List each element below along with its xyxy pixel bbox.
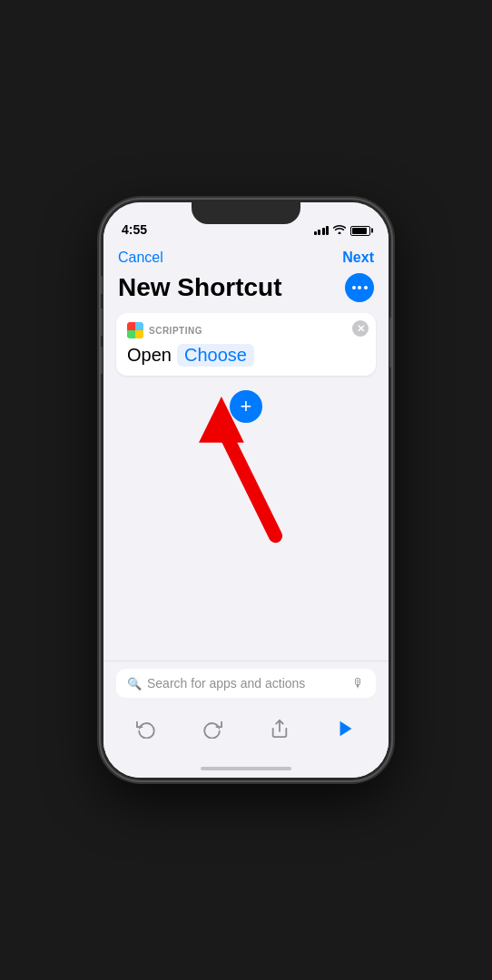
add-button-container: + [103, 390, 389, 423]
more-options-button[interactable] [345, 273, 374, 302]
page-header: New Shortcut [103, 270, 389, 313]
home-bar [201, 767, 291, 770]
status-time: 4:55 [122, 222, 147, 237]
choose-button[interactable]: Choose [177, 344, 254, 367]
phone-frame: 4:55 [101, 200, 391, 780]
share-button[interactable] [263, 712, 296, 745]
content-area: SCRIPTING ✕ Open Choose + [103, 313, 389, 661]
search-icon: 🔍 [127, 677, 142, 691]
volume-up-button [101, 309, 103, 336]
volume-down-button [101, 347, 103, 374]
bottom-toolbar [103, 705, 389, 760]
silent-switch [101, 276, 103, 294]
open-label: Open [127, 345, 172, 366]
action-card-header: SCRIPTING [127, 322, 365, 338]
navigation-bar: Cancel Next [103, 242, 389, 270]
power-button [389, 318, 391, 368]
category-label: SCRIPTING [149, 326, 202, 336]
svg-marker-4 [340, 721, 352, 737]
notch [192, 202, 300, 224]
action-content: Open Choose [127, 344, 365, 367]
phone-screen: 4:55 [103, 202, 389, 778]
undo-button[interactable] [130, 712, 162, 745]
add-action-button[interactable]: + [230, 390, 262, 423]
action-card: SCRIPTING ✕ Open Choose [116, 313, 376, 376]
svg-line-1 [221, 426, 276, 535]
status-icons [314, 224, 371, 237]
search-placeholder: Search for apps and actions [147, 676, 347, 691]
screen-content: Cancel Next New Shortcut [103, 242, 389, 778]
next-button[interactable]: Next [342, 250, 374, 266]
search-section: 🔍 Search for apps and actions 🎙 [103, 661, 389, 705]
search-bar[interactable]: 🔍 Search for apps and actions 🎙 [116, 669, 376, 698]
cancel-button[interactable]: Cancel [118, 250, 163, 266]
signal-icon [314, 226, 330, 235]
microphone-icon[interactable]: 🎙 [352, 676, 365, 691]
home-indicator [103, 760, 389, 778]
redo-button[interactable] [196, 712, 229, 745]
battery-icon [350, 226, 370, 236]
scripting-icon [127, 322, 143, 338]
play-button[interactable] [330, 712, 362, 745]
wifi-icon [333, 224, 346, 237]
page-title: New Shortcut [118, 273, 281, 302]
close-action-button[interactable]: ✕ [352, 320, 369, 337]
